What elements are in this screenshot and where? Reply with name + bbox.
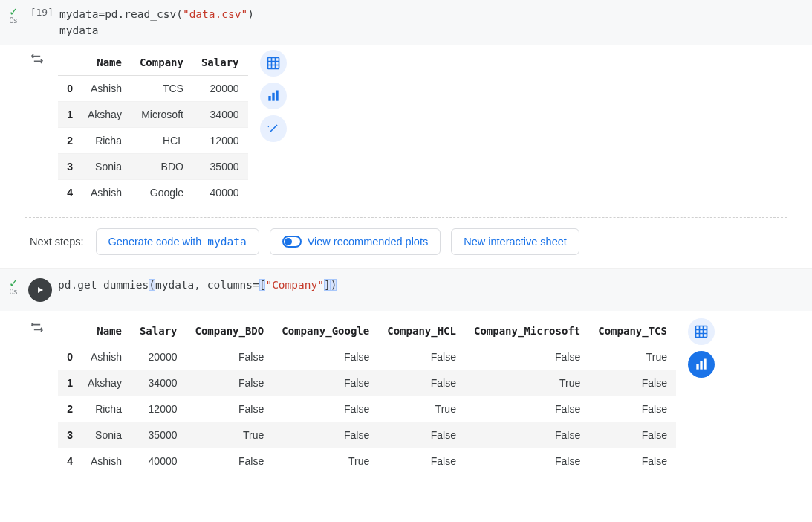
checkmark-icon: ✓ [0, 6, 27, 17]
table-row: 4AshishGoogle40000 [58, 179, 248, 205]
next-steps-row: Next steps: Generate code with mydata Vi… [0, 224, 812, 268]
interactive-table-button[interactable] [688, 318, 715, 345]
table-row-index: 1 [58, 370, 79, 396]
table-column-header: Company [131, 50, 192, 76]
output-tools [260, 50, 287, 142]
table-cell: Microsoft [131, 101, 192, 127]
table-cell: False [378, 422, 465, 448]
table-cell: Sonia [79, 153, 131, 179]
output-tools [688, 318, 715, 378]
table-row: 0AshishTCS20000 [58, 75, 248, 101]
svg-rect-1 [268, 96, 270, 101]
table-cell: 12000 [131, 396, 186, 422]
variable-inspector-icon[interactable] [27, 50, 48, 68]
table-cell: False [378, 344, 465, 370]
table-cell: 12000 [192, 127, 248, 153]
table-cell: False [186, 396, 273, 422]
code-cell-2: ✓ 0s pd.get_dummies(mydata, columns=["Co… [0, 268, 812, 474]
table-cell: 34000 [131, 370, 186, 396]
code-source[interactable]: mydata=pd.read_csv("data.csv") mydata [58, 4, 812, 39]
table-cell: False [589, 448, 676, 474]
cell-divider [25, 217, 787, 218]
variable-inspector-icon[interactable] [27, 318, 48, 336]
table-cell: Akshay [79, 370, 131, 396]
table-cell: Google [131, 179, 192, 205]
table-cell: False [273, 344, 378, 370]
generate-code-with-button[interactable]: Generate code with mydata [96, 228, 259, 255]
table-column-header: Company_HCL [378, 318, 465, 344]
run-cell-button[interactable] [28, 278, 52, 302]
svg-rect-3 [276, 90, 278, 100]
table-cell: False [465, 448, 589, 474]
table-cell: HCL [131, 127, 192, 153]
table-cell: Ashish [79, 179, 131, 205]
svg-rect-4 [695, 326, 707, 337]
table-row-index: 4 [58, 448, 79, 474]
table-column-header: Name [79, 318, 131, 344]
checkmark-icon: ✓ [0, 277, 27, 289]
table-cell: Ashish [79, 344, 131, 370]
exec-time: 0s [0, 16, 27, 25]
table-cell: TCS [131, 75, 192, 101]
table-cell: True [465, 370, 589, 396]
table-row-index: 0 [58, 75, 79, 101]
table-cell: False [273, 422, 378, 448]
table-index-header [58, 50, 79, 76]
table-cell: Richa [79, 396, 131, 422]
table-cell: False [273, 396, 378, 422]
svg-rect-0 [267, 57, 279, 68]
exec-time: 0s [0, 288, 27, 296]
table-cell: False [465, 422, 589, 448]
table-cell: False [589, 422, 676, 448]
code-cell-1: ✓ 0s [19] mydata=pd.read_csv("data.csv")… [0, 0, 812, 214]
table-row: 0Ashish20000FalseFalseFalseFalseTrue [58, 344, 676, 370]
table-cell: False [465, 396, 589, 422]
table-row: 1AkshayMicrosoft34000 [58, 101, 248, 127]
table-row-index: 2 [58, 396, 79, 422]
suggest-charts-button[interactable] [688, 351, 715, 378]
table-cell: False [589, 396, 676, 422]
table-column-header: Company_BDO [186, 318, 273, 344]
dataframe-output-2: NameSalaryCompany_BDOCompany_GoogleCompa… [58, 318, 676, 474]
table-column-header: Company_TCS [589, 318, 676, 344]
table-cell: True [589, 344, 676, 370]
table-cell: 34000 [192, 101, 248, 127]
toggle-icon [282, 236, 302, 248]
dataframe-output-1: NameCompanySalary 0AshishTCS200001Akshay… [58, 50, 248, 205]
svg-rect-5 [696, 364, 698, 370]
table-cell: False [273, 370, 378, 396]
table-cell: True [273, 448, 378, 474]
table-cell: 35000 [131, 422, 186, 448]
generate-code-button[interactable] [260, 115, 287, 142]
table-row-index: 4 [58, 179, 79, 205]
exec-count: [19] [27, 4, 58, 18]
table-column-header: Salary [131, 318, 186, 344]
svg-rect-2 [272, 93, 274, 101]
exec-status: ✓ 0s [0, 4, 27, 25]
table-row-index: 0 [58, 344, 79, 370]
table-column-header: Salary [192, 50, 248, 76]
code-source[interactable]: pd.get_dummies(mydata, columns=["Company… [58, 277, 812, 294]
table-cell: 20000 [192, 75, 248, 101]
exec-status: ✓ 0s [0, 277, 27, 296]
table-column-header: Company_Google [273, 318, 378, 344]
view-recommended-plots-button[interactable]: View recommended plots [270, 228, 441, 255]
table-cell: False [589, 370, 676, 396]
table-cell: BDO [131, 153, 192, 179]
new-interactive-sheet-button[interactable]: New interactive sheet [451, 228, 579, 255]
table-cell: Akshay [79, 101, 131, 127]
table-row: 3Sonia35000TrueFalseFalseFalseFalse [58, 422, 676, 448]
svg-rect-6 [700, 361, 702, 370]
table-cell: False [186, 370, 273, 396]
interactive-table-button[interactable] [260, 50, 287, 77]
table-cell: False [378, 370, 465, 396]
suggest-charts-button[interactable] [260, 83, 287, 109]
table-cell: Ashish [79, 75, 131, 101]
table-row: 4Ashish40000FalseTrueFalseFalseFalse [58, 448, 676, 474]
table-cell: Sonia [79, 422, 131, 448]
table-row-index: 3 [58, 153, 79, 179]
table-row: 2RichaHCL12000 [58, 127, 248, 153]
table-cell: 20000 [131, 344, 186, 370]
next-steps-label: Next steps: [30, 236, 85, 248]
table-cell: True [378, 396, 465, 422]
